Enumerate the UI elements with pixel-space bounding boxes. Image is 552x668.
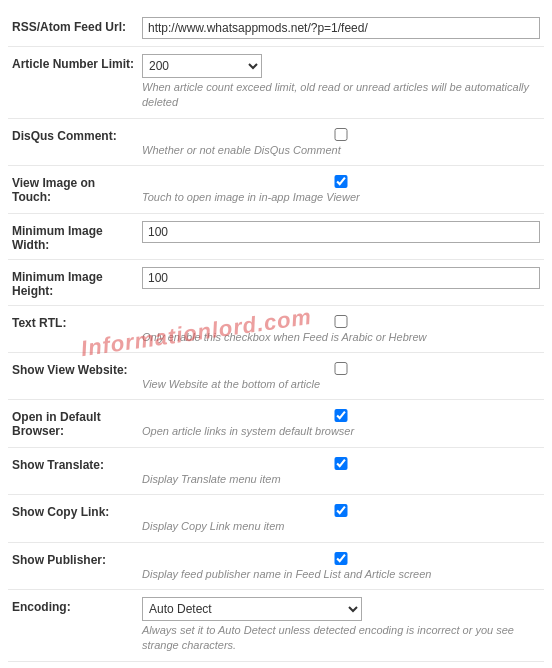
show-publisher-hint: Display feed publisher name in Feed List… xyxy=(142,567,540,582)
show-translate-content: Display Translate menu item xyxy=(142,455,540,487)
rss-feed-url-input[interactable] xyxy=(142,17,540,39)
show-translate-checkbox[interactable] xyxy=(142,457,540,470)
view-image-on-touch-content: Touch to open image in in-app Image View… xyxy=(142,173,540,205)
text-rtl-checkbox[interactable] xyxy=(142,315,540,328)
open-default-browser-checkbox[interactable] xyxy=(142,409,540,422)
show-view-website-content: View Website at the bottom of article xyxy=(142,360,540,392)
text-rtl-hint: Only enable this checkbox when Feed is A… xyxy=(142,330,540,345)
disqus-comment-content: Whether or not enable DisQus Comment xyxy=(142,126,540,158)
disqus-comment-hint: Whether or not enable DisQus Comment xyxy=(142,143,540,158)
form-page: Informationlord.com RSS/Atom Feed Url: A… xyxy=(0,0,552,668)
open-default-browser-content: Open article links in system default bro… xyxy=(142,407,540,439)
disqus-comment-row: DisQus Comment: Whether or not enable Di… xyxy=(8,119,544,166)
show-copy-link-content: Display Copy Link menu item xyxy=(142,502,540,534)
view-image-on-touch-row: View Image on Touch: Touch to open image… xyxy=(8,166,544,213)
open-default-browser-hint: Open article links in system default bro… xyxy=(142,424,540,439)
show-translate-row: Show Translate: Display Translate menu i… xyxy=(8,448,544,495)
min-image-width-content xyxy=(142,221,540,243)
open-default-browser-label: Open in Default Browser: xyxy=(12,407,142,438)
min-image-height-label: Minimum Image Height: xyxy=(12,267,142,298)
show-publisher-label: Show Publisher: xyxy=(12,550,142,567)
show-copy-link-checkbox[interactable] xyxy=(142,504,540,517)
min-image-height-input[interactable] xyxy=(142,267,540,289)
show-view-website-checkbox[interactable] xyxy=(142,362,540,375)
extra-html-row: Extra HTML xyxy=(8,662,544,668)
settings-form: RSS/Atom Feed Url: Article Number Limit:… xyxy=(0,0,552,668)
view-image-on-touch-label: View Image on Touch: xyxy=(12,173,142,204)
show-view-website-hint: View Website at the bottom of article xyxy=(142,377,540,392)
view-image-on-touch-checkbox[interactable] xyxy=(142,175,540,188)
show-copy-link-hint: Display Copy Link menu item xyxy=(142,519,540,534)
encoding-select[interactable]: Auto Detect UTF-8 ISO-8859-1 xyxy=(142,597,362,621)
rss-feed-url-label: RSS/Atom Feed Url: xyxy=(12,17,142,34)
rss-feed-url-row: RSS/Atom Feed Url: xyxy=(8,10,544,47)
rss-feed-url-content xyxy=(142,17,540,39)
encoding-content: Auto Detect UTF-8 ISO-8859-1 Always set … xyxy=(142,597,540,654)
article-number-limit-content: 200 When article count exceed limit, old… xyxy=(142,54,540,111)
show-view-website-label: Show View Website: xyxy=(12,360,142,377)
text-rtl-content: Only enable this checkbox when Feed is A… xyxy=(142,313,540,345)
show-translate-label: Show Translate: xyxy=(12,455,142,472)
min-image-height-content xyxy=(142,267,540,289)
text-rtl-row: Text RTL: Only enable this checkbox when… xyxy=(8,306,544,353)
article-number-limit-row: Article Number Limit: 200 When article c… xyxy=(8,47,544,119)
show-publisher-checkbox[interactable] xyxy=(142,552,540,565)
show-publisher-content: Display feed publisher name in Feed List… xyxy=(142,550,540,582)
encoding-hint: Always set it to Auto Detect unless dete… xyxy=(142,623,540,654)
show-publisher-row: Show Publisher: Display feed publisher n… xyxy=(8,543,544,590)
encoding-label: Encoding: xyxy=(12,597,142,614)
min-image-height-row: Minimum Image Height: xyxy=(8,260,544,306)
show-view-website-row: Show View Website: View Website at the b… xyxy=(8,353,544,400)
min-image-width-label: Minimum Image Width: xyxy=(12,221,142,252)
encoding-row: Encoding: Auto Detect UTF-8 ISO-8859-1 A… xyxy=(8,590,544,662)
min-image-width-row: Minimum Image Width: xyxy=(8,214,544,260)
min-image-width-input[interactable] xyxy=(142,221,540,243)
open-default-browser-row: Open in Default Browser: Open article li… xyxy=(8,400,544,447)
view-image-on-touch-hint: Touch to open image in in-app Image View… xyxy=(142,190,540,205)
article-number-limit-label: Article Number Limit: xyxy=(12,54,142,71)
show-translate-hint: Display Translate menu item xyxy=(142,472,540,487)
article-number-limit-hint: When article count exceed limit, old rea… xyxy=(142,80,540,111)
show-copy-link-label: Show Copy Link: xyxy=(12,502,142,519)
article-number-limit-select[interactable]: 200 xyxy=(142,54,262,78)
show-copy-link-row: Show Copy Link: Display Copy Link menu i… xyxy=(8,495,544,542)
disqus-comment-label: DisQus Comment: xyxy=(12,126,142,143)
text-rtl-label: Text RTL: xyxy=(12,313,142,330)
disqus-comment-checkbox[interactable] xyxy=(142,128,540,141)
